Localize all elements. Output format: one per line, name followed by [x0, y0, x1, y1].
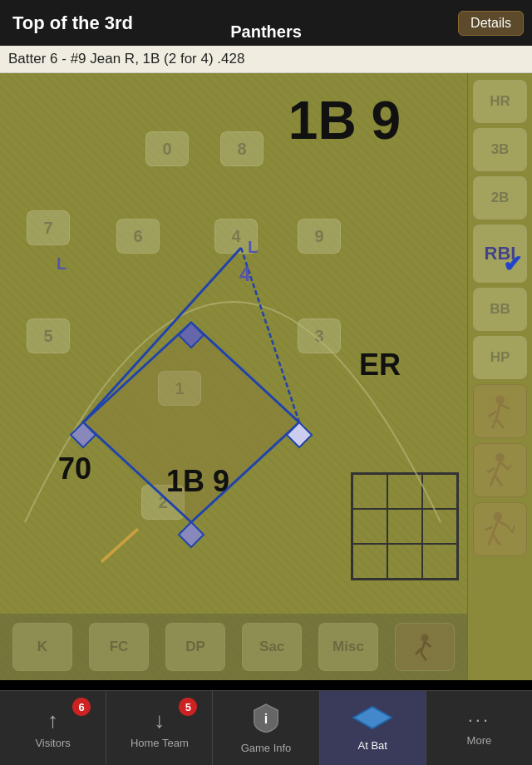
at-bat-label: At Bat [358, 739, 387, 752]
svg-point-13 [495, 396, 505, 405]
main-content: 1B 9 0 8 7 6 4 9 5 3 1 2 L L 4 ER 70 1B … [0, 73, 532, 680]
fielder-icon-button-3[interactable] [473, 502, 527, 556]
details-button[interactable]: Details [458, 11, 524, 36]
svg-line-14 [496, 404, 500, 418]
at-bat-icon [352, 705, 393, 736]
tab-bar: 6 ↑ Visitors 5 ↓ Home Team i Game Info A… [0, 690, 532, 765]
rbi-button[interactable]: RBI ✔ [473, 225, 527, 283]
field-marker-l-right: L [248, 238, 258, 257]
right-sidebar: HR 3B 2B RBI ✔ BB HP [467, 73, 532, 680]
svg-line-17 [496, 419, 504, 429]
fielder-icon-button-2[interactable] [473, 443, 527, 497]
game-info-label: Game Info [241, 742, 292, 754]
fielder-icon-1 [481, 392, 519, 430]
home-team-icon: ↓ [154, 708, 165, 733]
baseball-field[interactable]: 1B 9 0 8 7 6 4 9 5 3 1 2 L L 4 ER 70 1B … [0, 73, 467, 680]
batter-info-bar: Batter 6 - #9 Jean R, 1B (2 for 4) .428 [0, 46, 532, 73]
svg-line-15 [489, 412, 496, 417]
play-result-bottom-label: 1B 9 [166, 464, 229, 499]
svg-line-29 [489, 535, 493, 545]
svg-line-27 [493, 521, 498, 535]
play-result-label: 1B 9 [288, 90, 401, 151]
svg-point-19 [495, 453, 505, 462]
svg-line-18 [500, 404, 510, 408]
more-label: More [467, 734, 492, 747]
svg-line-24 [500, 462, 509, 470]
team-name: Panthers [230, 22, 302, 41]
num-70-label: 70 [58, 452, 91, 486]
visitors-badge: 6 [72, 698, 91, 716]
fielder-icon-2 [481, 452, 519, 489]
svg-point-26 [493, 512, 502, 521]
app-header: Top of the 3rd Panthers Details [0, 0, 532, 46]
batter-info-text: Batter 6 - #9 Jean R, 1B (2 for 4) .428 [8, 51, 244, 67]
2b-button[interactable]: 2B [473, 176, 527, 220]
more-dots-icon: ··· [468, 709, 490, 731]
tab-at-bat[interactable]: At Bat [320, 691, 426, 765]
er-label: ER [359, 348, 401, 382]
tab-more[interactable]: ··· More [426, 691, 532, 765]
bb-button[interactable]: BB [473, 288, 527, 331]
fielder-icon-3 [481, 511, 519, 548]
3b-button[interactable]: 3B [473, 128, 527, 171]
svg-line-31 [498, 521, 507, 526]
svg-line-23 [495, 476, 502, 486]
hp-button[interactable]: HP [473, 336, 527, 379]
svg-marker-35 [353, 707, 392, 728]
svg-line-22 [490, 476, 495, 486]
visitors-label: Visitors [35, 737, 70, 749]
svg-line-30 [493, 535, 500, 545]
svg-line-32 [507, 526, 513, 533]
svg-line-25 [508, 465, 511, 469]
tab-game-info[interactable]: i Game Info [213, 691, 319, 765]
tab-home-team[interactable]: 5 ↓ Home Team [106, 691, 213, 765]
svg-text:i: i [264, 712, 268, 726]
field-num-4: 4 [239, 263, 250, 286]
rbi-checkmark: ✔ [503, 250, 522, 278]
fielder-icon-button-1[interactable] [473, 384, 527, 438]
game-info-icon: i [253, 703, 279, 738]
inning-title: Top of the 3rd [8, 12, 133, 34]
svg-line-28 [485, 527, 493, 531]
svg-line-33 [513, 526, 515, 533]
field-marker-l-left: L [57, 254, 66, 274]
home-team-label: Home Team [131, 737, 189, 749]
home-team-badge: 5 [179, 698, 197, 716]
visitors-icon: ↑ [47, 708, 58, 733]
svg-line-20 [495, 462, 500, 476]
tab-visitors[interactable]: 6 ↑ Visitors [0, 691, 106, 765]
svg-line-21 [487, 468, 495, 472]
svg-marker-1 [179, 522, 204, 547]
hr-button[interactable]: HR [473, 80, 527, 123]
svg-line-16 [493, 419, 497, 429]
